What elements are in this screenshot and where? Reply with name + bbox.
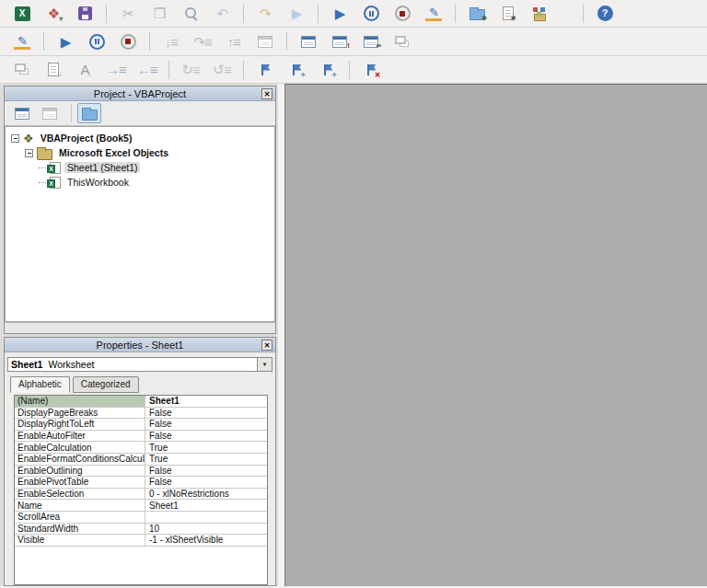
watch-window-button[interactable]: ∞: [359, 30, 383, 52]
clear-bookmarks-button[interactable]: ✕: [359, 59, 383, 81]
toggle-folders-button[interactable]: [77, 103, 101, 123]
reset-button[interactable]: [390, 3, 414, 25]
tree-item[interactable]: ThisWorkbook: [6, 175, 274, 190]
chevron-down-icon[interactable]: ▾: [257, 358, 272, 371]
property-value[interactable]: Sheet1: [145, 396, 267, 406]
property-value[interactable]: 10: [145, 524, 267, 534]
toolbar-separator: [243, 5, 244, 23]
object-browser-button[interactable]: [527, 3, 551, 25]
object-browser-icon: [532, 6, 547, 21]
left-dock: Project - VBAProject ✕ ❖VBAProject (Book…: [0, 84, 278, 586]
property-name: EnableCalculation: [15, 442, 145, 453]
immediate-window-button[interactable]: !: [328, 30, 352, 52]
main-area: Project - VBAProject ✕ ❖VBAProject (Book…: [0, 84, 707, 586]
find-button[interactable]: [179, 3, 203, 25]
property-value[interactable]: False: [145, 431, 267, 441]
property-name: EnableAutoFilter: [15, 431, 145, 442]
tree-item[interactable]: Sheet1 (Sheet1): [6, 160, 274, 175]
reset-button[interactable]: [116, 30, 140, 52]
toolbar-separator: [583, 5, 584, 23]
property-row[interactable]: EnableAutoFilterFalse: [15, 431, 267, 443]
watch-window-icon: ∞: [364, 36, 378, 48]
standard-toolbar: X❖▾✂❐↶↷▶▶✎∗∗?: [0, 0, 707, 28]
paste-button: ❐: [147, 3, 171, 25]
property-row[interactable]: DisplayRightToLeftFalse: [15, 419, 267, 431]
property-name: (Name): [15, 396, 145, 407]
toolbar-separator: [106, 5, 107, 23]
property-row[interactable]: EnableCalculationTrue: [15, 442, 267, 454]
property-value[interactable]: True: [145, 443, 267, 453]
property-value[interactable]: False: [145, 419, 267, 429]
property-row[interactable]: DisplayPageBreaksFalse: [15, 408, 267, 420]
view-object-button[interactable]: [38, 103, 62, 123]
toggle-bookmark-button[interactable]: [253, 59, 277, 81]
list-constants-icon: ↓: [48, 63, 59, 76]
previous-bookmark-button[interactable]: ✦: [316, 59, 340, 81]
view-code-button[interactable]: [10, 103, 34, 123]
view-object-icon: [42, 108, 57, 120]
property-row[interactable]: StandardWidth10: [15, 524, 267, 536]
worksheet-icon: [50, 162, 61, 174]
toolbar-separator: [149, 32, 150, 51]
project-icon: ❖: [23, 132, 34, 145]
close-icon[interactable]: ✕: [261, 340, 272, 351]
save-button[interactable]: [73, 3, 97, 25]
properties-window-button[interactable]: ∗: [496, 3, 520, 25]
property-row[interactable]: Visible-1 - xlSheetVisible: [15, 535, 267, 547]
property-row[interactable]: ScrollArea: [15, 512, 267, 524]
break-icon: [364, 6, 379, 21]
tree-expander-icon[interactable]: [11, 134, 19, 143]
step-into-icon: ↓≡: [165, 35, 178, 49]
property-row[interactable]: EnableOutliningFalse: [15, 466, 267, 478]
break-button[interactable]: [85, 30, 109, 52]
tab-categorized[interactable]: Categorized: [73, 376, 139, 393]
next-bookmark-icon: ✦: [291, 63, 303, 76]
insert-userform-button[interactable]: ❖▾: [41, 3, 65, 25]
property-value[interactable]: False: [145, 408, 267, 418]
toggle-bookmark-icon: [260, 63, 272, 76]
property-value[interactable]: True: [145, 454, 267, 464]
property-row[interactable]: EnableFormatConditionsCalculationTrue: [15, 454, 267, 466]
project-explorer-button[interactable]: ∗: [465, 3, 489, 25]
tree-item[interactable]: Microsoft Excel Objects: [6, 145, 274, 160]
redo-button: ↷: [253, 3, 277, 25]
property-name: DisplayPageBreaks: [15, 408, 145, 419]
close-icon[interactable]: ✕: [261, 88, 272, 99]
list-properties-button: [10, 59, 34, 81]
run-button[interactable]: ▶: [328, 3, 352, 25]
object-selector[interactable]: Sheet1Worksheet ▾: [7, 357, 272, 372]
step-over-button: ↷≡: [191, 30, 214, 52]
property-value[interactable]: 0 - xlNoRestrictions: [145, 489, 267, 499]
properties-panel: Properties - Sheet1 ✕ Sheet1Worksheet ▾ …: [4, 337, 276, 586]
property-value[interactable]: False: [145, 466, 267, 476]
indent-button: →≡: [104, 59, 128, 81]
locals-window-button[interactable]: [296, 30, 320, 52]
quick-watch-icon: [395, 36, 406, 44]
design-mode-button[interactable]: ✎: [10, 30, 34, 52]
help-button[interactable]: ?: [593, 3, 617, 25]
design-mode-button[interactable]: ✎: [422, 3, 446, 25]
dock-resize-gap[interactable]: [278, 84, 284, 586]
properties-panel-titlebar[interactable]: Properties - Sheet1 ✕: [5, 338, 275, 352]
property-row[interactable]: EnablePivotTableFalse: [15, 477, 267, 489]
view-excel-button[interactable]: X: [10, 3, 34, 25]
tree-expander-icon[interactable]: [25, 149, 33, 157]
clear-bookmarks-icon: ✕: [365, 63, 377, 76]
break-button[interactable]: [359, 3, 383, 25]
project-tree-hscrollbar[interactable]: [5, 322, 275, 333]
property-value[interactable]: -1 - xlSheetVisible: [145, 535, 267, 545]
run-sub-icon: ▶: [292, 6, 302, 20]
property-row[interactable]: (Name)Sheet1: [15, 396, 267, 408]
call-stack-button: [253, 30, 277, 52]
tab-alphabetic[interactable]: Alphabetic: [10, 376, 70, 393]
property-row[interactable]: NameSheet1: [15, 500, 267, 512]
property-value[interactable]: Sheet1: [145, 501, 267, 511]
project-panel-titlebar[interactable]: Project - VBAProject ✕: [5, 86, 275, 101]
property-row[interactable]: EnableSelection0 - xlNoRestrictions: [15, 489, 267, 501]
edit-toolbar: ↓A→→≡←≡↻≡↺≡✦✦✕: [0, 56, 707, 84]
next-bookmark-button[interactable]: ✦: [284, 59, 308, 81]
property-value[interactable]: False: [145, 477, 267, 487]
workbook-icon: [50, 177, 61, 189]
run-button[interactable]: ▶: [53, 30, 77, 52]
tree-item[interactable]: ❖VBAProject (Book5): [6, 131, 274, 145]
